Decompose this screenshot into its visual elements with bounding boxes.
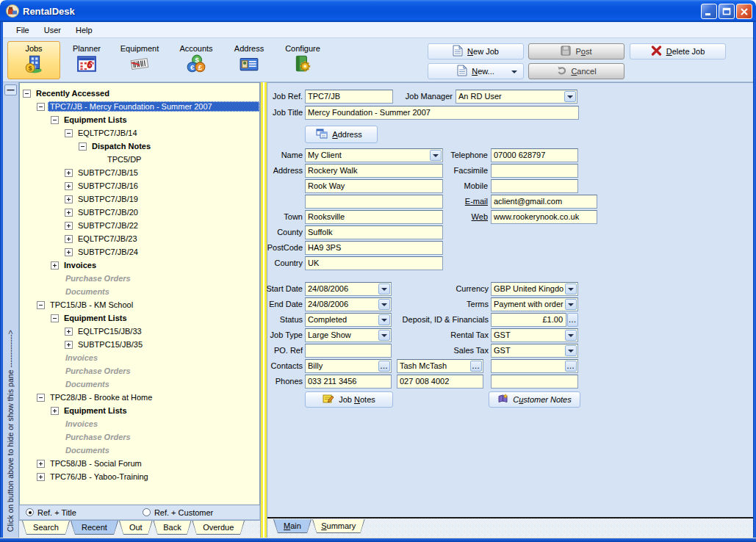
tab-recent[interactable]: Recent (71, 521, 118, 535)
currency-combo[interactable]: GBP United Kingdon (491, 282, 578, 296)
tree-item-label[interactable]: SUBTPC7/JB/19 (76, 194, 140, 204)
delete-job-button[interactable]: Delete Job (630, 43, 726, 59)
close-button[interactable] (736, 4, 752, 19)
radio-ref-customer[interactable] (143, 508, 151, 516)
web-field[interactable]: www.rookerynook.co.uk (491, 210, 597, 224)
rental-tax-combo[interactable]: GST (491, 328, 578, 342)
tree-item[interactable]: SUBTPC7/JB/19 (20, 192, 259, 206)
collapse-icon[interactable] (65, 129, 73, 137)
collapse-icon[interactable] (79, 142, 87, 151)
minimize-button[interactable] (701, 4, 717, 19)
tab-main[interactable]: Main (273, 519, 312, 533)
email-field[interactable]: aclient@gmail.com (491, 195, 597, 209)
tree-item[interactable]: Documents (20, 444, 259, 457)
tree-item-label[interactable]: Invoices (62, 260, 98, 270)
dropdown-arrow-icon[interactable] (565, 299, 577, 310)
tree-item-label[interactable]: Recently Accessed (34, 88, 112, 98)
cancel-button[interactable]: Cancel (528, 63, 624, 79)
tree-item[interactable]: Documents (20, 377, 259, 391)
ellipsis-button[interactable]: ... (470, 361, 482, 372)
expand-icon[interactable] (65, 209, 73, 217)
collapse-icon[interactable] (37, 301, 45, 309)
tree-item[interactable]: Dispatch Notes (20, 140, 259, 153)
tree-item[interactable]: SUBTPC7/JB/16 (20, 179, 259, 192)
telephone-field[interactable]: 07000 628797 (491, 148, 578, 162)
collapse-icon[interactable] (51, 116, 59, 124)
tree-item-label[interactable]: Purchase Orders (63, 273, 133, 283)
tree-item-label[interactable]: TPC58/JB - Social Forum (48, 458, 144, 469)
tree-item[interactable]: SUBTPC15/JB/35 (20, 338, 259, 351)
nav-configure-button[interactable]: Configure (276, 41, 329, 79)
tree-item-label[interactable]: SUBTPC7/JB/24 (76, 247, 140, 257)
tree-item-label[interactable]: SUBTPC7/JB/22 (76, 220, 140, 231)
tree-item-label[interactable]: Dispatch Notes (90, 141, 153, 151)
expand-icon[interactable] (65, 341, 73, 349)
tree-item-label[interactable]: SUBTPC7/JB/16 (76, 181, 140, 191)
ellipsis-button[interactable]: ... (378, 361, 390, 372)
dropdown-arrow-icon[interactable] (565, 330, 577, 341)
tree-item[interactable]: Purchase Orders (20, 430, 259, 444)
tree-item-label[interactable]: Invoices (63, 419, 100, 429)
tree-item[interactable]: TPC28/JB - Brooke at Home (20, 391, 259, 404)
new-job-button[interactable]: New Job (428, 43, 524, 59)
title-bar[interactable]: RentalDesk (0, 0, 756, 22)
menu-help[interactable]: Help (68, 24, 100, 36)
tree-item[interactable]: SUBTPC7/JB/20 (20, 206, 259, 219)
tree-item-label[interactable]: TPC28/JB - Brooke at Home (48, 392, 154, 402)
tree-item[interactable]: Purchase Orders (20, 272, 259, 285)
tree-item-label[interactable]: EQLTPC7/JB/14 (76, 128, 140, 138)
collapse-icon[interactable] (51, 314, 59, 322)
tree-item[interactable]: Invoices (20, 259, 259, 272)
county-field[interactable]: Suffolk (305, 225, 443, 239)
tree-item-label[interactable]: TPC7/JB - Mercy Foundation - Summer 2007 (48, 101, 259, 112)
tree-item[interactable]: Invoices (20, 417, 259, 430)
sales-tax-combo[interactable]: GST (491, 344, 578, 358)
tab-back[interactable]: Back (154, 521, 192, 535)
tree-item-label[interactable]: TPC5/DP (105, 154, 143, 165)
ellipsis-button[interactable]: ... (565, 361, 577, 372)
country-field[interactable]: UK (305, 256, 443, 270)
tree-item-label[interactable]: EQLTPC15/JB/33 (76, 326, 144, 336)
menu-user[interactable]: User (37, 24, 68, 36)
tree-item[interactable]: EQLTPC7/JB/14 (20, 126, 259, 140)
tree-item-label[interactable]: Documents (63, 445, 112, 455)
tree-item-label[interactable]: TPC76/JB - Yaboo-Training (48, 471, 151, 482)
tree-item-label[interactable]: Invoices (63, 353, 100, 363)
tree-item[interactable]: EQLTPC7/JB/23 (20, 232, 259, 245)
phone2-field[interactable]: 027 008 4002 (397, 375, 483, 389)
job-manager-combo[interactable]: An RD User (456, 90, 577, 104)
tree-item[interactable]: SUBTPC7/JB/24 (20, 245, 259, 259)
tree-item-label[interactable]: EQLTPC7/JB/23 (76, 234, 140, 244)
tree-item[interactable]: TPC7/JB - Mercy Foundation - Summer 2007 (20, 100, 259, 113)
tab-search[interactable]: Search (22, 521, 70, 535)
nav-equipment-button[interactable]: Equipment (113, 41, 166, 79)
tree-item[interactable]: Documents (20, 285, 259, 298)
expand-icon[interactable] (37, 460, 45, 468)
contact1-field[interactable]: Billy... (305, 359, 392, 373)
expand-icon[interactable] (51, 407, 59, 415)
phone1-field[interactable]: 033 211 3456 (305, 375, 392, 389)
nav-accounts-button[interactable]: Accounts$€£ (170, 41, 223, 79)
collapse-icon[interactable] (37, 103, 45, 111)
tree-item-label[interactable]: SUBTPC7/JB/15 (76, 167, 140, 178)
tree-item-label[interactable]: TPC15/JB - KM School (48, 300, 135, 310)
tree-item[interactable]: SUBTPC7/JB/22 (20, 219, 259, 232)
job-title-field[interactable]: Mercy Foundation - Summer 2007 (305, 106, 579, 120)
pane-splitter[interactable] (260, 82, 267, 538)
tree-item[interactable]: SUBTPC7/JB/15 (20, 166, 259, 179)
phone3-field[interactable] (491, 375, 578, 389)
tree-item-label[interactable]: SUBTPC15/JB/35 (76, 339, 145, 350)
tree-item-label[interactable]: Equipment Lists (62, 405, 129, 416)
tree-item-label[interactable]: Purchase Orders (63, 432, 133, 442)
menu-file[interactable]: File (9, 24, 37, 36)
tree-item[interactable]: TPC76/JB - Yaboo-Training (20, 470, 259, 483)
expand-icon[interactable] (65, 169, 73, 177)
expand-icon[interactable] (65, 328, 73, 336)
tree-item[interactable]: Equipment Lists (20, 113, 259, 126)
deposit-ellipsis-button[interactable]: ... (567, 313, 578, 327)
address-button[interactable]: Address (305, 126, 378, 143)
tree-item-label[interactable]: Equipment Lists (62, 313, 129, 323)
email-label[interactable]: E-mail (400, 197, 488, 206)
tree-item-label[interactable]: Documents (63, 379, 112, 389)
expand-icon[interactable] (65, 248, 73, 256)
